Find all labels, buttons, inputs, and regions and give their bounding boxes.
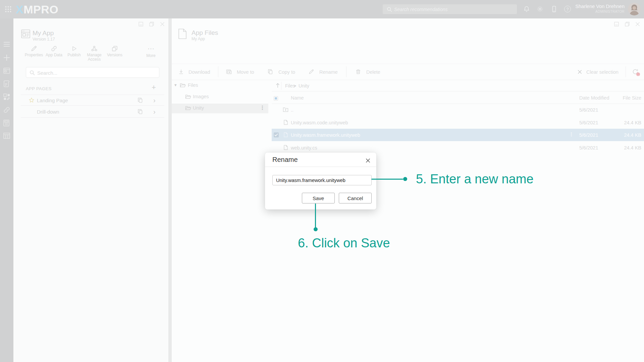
folder-up-icon [283,107,288,112]
left-rail: X [0,18,13,362]
clear-selection-button[interactable]: Clear selection [586,69,619,75]
column-header-name[interactable]: Name [291,95,304,101]
item-menu-dots-icon[interactable]: ⋮ [260,105,265,111]
table-row-file[interactable]: web.unity.cs 5/6/2021 24.4 KB [272,141,644,154]
mobile-phone-icon[interactable] [551,6,557,12]
cancel-button[interactable]: Cancel [339,193,372,203]
folder-open-icon [180,83,186,87]
star-icon[interactable] [29,98,34,103]
row-checkbox-checked[interactable] [274,132,279,137]
file-date: 5/6/2021 [579,145,598,150]
file-icon [283,132,288,137]
settings-gear-icon[interactable] [537,6,543,12]
folder-open-icon [185,106,191,110]
app-pages-header: APP PAGES [26,86,52,91]
rename-input[interactable] [272,175,372,185]
page-row-drilldown[interactable]: Drill-down › [21,106,164,118]
file-icon [283,120,288,125]
clear-x-icon [578,70,582,74]
rename-button[interactable]: Rename [319,69,338,75]
notifications-bell-icon[interactable] [523,6,530,12]
add-page-button[interactable]: + [152,84,156,91]
save-button[interactable]: Save [302,193,335,203]
page-label: Drill-down [37,109,59,115]
move-to-icon [226,69,232,74]
search-icon [30,70,35,75]
close-icon[interactable] [635,22,640,26]
up-directory-icon[interactable] [275,82,280,88]
rename-icon [309,69,314,74]
app-files-title: App Files [192,29,218,37]
copy-page-icon[interactable] [138,98,143,103]
tree-label: Files [188,82,198,88]
delete-icon [356,69,361,74]
apps-grid-icon[interactable] [5,6,12,13]
download-button[interactable]: Download [189,69,210,75]
copy-page-icon[interactable] [138,109,143,114]
file-size: 24.4 KB [624,120,641,125]
user-menu[interactable]: Sharlene Von Drehnen ADMINISTRATOR [575,4,625,14]
file-name: Unity.wasm.framework.unityweb [291,132,360,138]
link-icon[interactable] [3,107,10,113]
chevron-right-icon[interactable]: › [153,97,156,104]
my-app-title: My App [33,29,54,37]
file-icon [283,145,288,150]
item-menu-dots-icon[interactable]: ⋮ [569,131,574,137]
avatar[interactable] [628,3,641,15]
tree-label: Unity [193,105,204,111]
panel-divider [168,18,172,362]
table-row-file[interactable]: Unity.wasm.code.unityweb 5/6/2021 24.4 K… [272,116,644,129]
tree-item-files[interactable]: ▾ Files [172,82,268,91]
close-icon[interactable] [160,22,165,26]
breadcrumb-unity[interactable]: Unity [299,83,309,88]
table-row-parent-dir[interactable]: .. 5/6/2021 [272,104,644,116]
calculator-icon[interactable] [3,120,9,126]
versions-button[interactable]: Versions [102,46,127,57]
file-name: web.unity.cs [291,145,317,150]
minimize-icon[interactable] [139,22,143,26]
file-date: 5/6/2021 [579,107,598,113]
more-button[interactable]: ⋯ More [138,46,164,58]
restore-icon[interactable] [625,22,630,26]
pages-search-input[interactable]: Search... [26,67,159,78]
xmpro-app: XMPRO Search recommendations ? Sharlene … [0,0,644,362]
restore-icon[interactable] [149,22,154,26]
menu-icon[interactable] [3,42,10,47]
app-window-icon[interactable] [3,68,10,74]
search-icon [387,7,392,12]
help-icon[interactable]: ? [564,6,571,12]
file-name: .. [291,107,293,113]
file-date: 5/6/2021 [579,132,598,138]
page-row-landing[interactable]: Landing Page › [21,95,164,106]
dialog-title: Rename [272,156,298,164]
tree-item-images[interactable]: Images [172,93,268,103]
caret-down-icon[interactable]: ▾ [174,83,177,87]
app-files-subtitle: My App [192,37,205,41]
chevron-right-icon[interactable]: › [153,108,156,116]
search-placeholder: Search recommendations [394,7,448,12]
breadcrumb-files[interactable]: Files [285,83,295,88]
versions-icon [102,46,127,52]
delete-button[interactable]: Delete [366,69,380,75]
script-icon[interactable] [3,80,9,87]
widgets-icon[interactable] [3,94,10,100]
file-date: 5/6/2021 [579,120,598,125]
app-files-icon [178,28,187,39]
copy-to-icon [268,69,273,74]
plus-icon[interactable] [3,54,10,61]
data-table-icon[interactable] [3,133,10,139]
my-app-version: Version 1.17 [33,37,55,42]
dialog-close-icon[interactable] [364,157,372,164]
copy-to-button[interactable]: Copy to [278,69,295,75]
table-row-file-selected[interactable]: Unity.wasm.framework.unityweb ⋮ 5/6/2021… [272,129,644,141]
column-header-date[interactable]: Date Modified [579,95,609,101]
recommendations-search-input[interactable]: Search recommendations [383,4,517,14]
annotation-dot-step6 [314,227,318,231]
tree-item-unity[interactable]: Unity ⋮ [172,104,268,113]
tree-label: Images [193,94,209,99]
column-header-size[interactable]: File Size [623,95,641,101]
my-app-icon [21,29,30,39]
move-to-button[interactable]: Move to [237,69,254,75]
minimize-icon[interactable] [614,22,619,26]
select-all-checkbox[interactable] [274,96,278,101]
